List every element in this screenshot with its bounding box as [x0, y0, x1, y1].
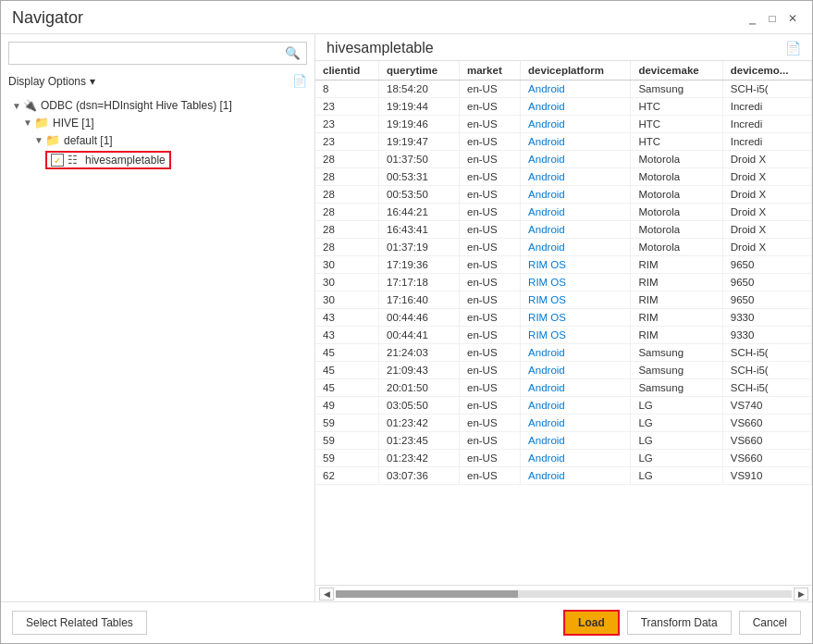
table-row: 2816:43:41en-USAndroidMotorolaDroid X	[315, 221, 812, 239]
table-cell: Android	[521, 221, 631, 239]
select-related-tables-button[interactable]: Select Related Tables	[12, 611, 147, 635]
table-export-icon-button[interactable]: 📄	[785, 41, 801, 56]
table-row: 2800:53:50en-USAndroidMotorolaDroid X	[315, 186, 812, 204]
table-cell: HTC	[631, 116, 722, 133]
table-cell: SCH-i5(	[722, 379, 811, 397]
table-cell: 23	[315, 133, 379, 151]
table-cell: VS660	[722, 432, 811, 450]
table-cell: LG	[631, 415, 722, 432]
display-options-button[interactable]: Display Options ▾	[8, 75, 95, 88]
table-row: 4903:05:50en-USAndroidLGVS740	[315, 397, 812, 415]
table-cell: 9330	[722, 309, 811, 327]
table-cell: RIM	[631, 309, 722, 327]
column-header-devicemake: devicemake	[631, 61, 722, 80]
left-panel: 🔍 Display Options ▾ 📄 ▼ 🔌 ODBC (dsn=HDIn…	[1, 34, 315, 601]
table-cell: Android	[521, 133, 631, 151]
table-cell: Droid X	[722, 168, 811, 186]
table-cell: SCH-i5(	[722, 80, 811, 98]
column-header-querytime: querytime	[379, 61, 460, 80]
tree-item-hive: ▼ 📁 HIVE [1]	[8, 114, 307, 131]
table-row: 2801:37:50en-USAndroidMotorolaDroid X	[315, 151, 812, 168]
table-cell: en-US	[460, 151, 521, 168]
table-title-bar: hivesampletable 📄	[315, 34, 812, 61]
dialog-title: Navigator	[12, 8, 83, 28]
display-options-icon-button[interactable]: 📄	[292, 74, 307, 88]
tree-item-odbc: ▼ 🔌 ODBC (dsn=HDInsight Hive Tables) [1]	[8, 97, 307, 114]
table-row: 4521:24:03en-USAndroidSamsungSCH-i5(	[315, 344, 812, 362]
table-row: 2801:37:19en-USAndroidMotorolaDroid X	[315, 239, 812, 256]
table-cell: Motorola	[631, 204, 722, 221]
selected-table-row: ✓ ☷ hivesampletable	[45, 151, 171, 169]
table-cell: 59	[315, 432, 379, 450]
column-header-deviceplatform: deviceplatform	[521, 61, 631, 80]
table-cell: en-US	[460, 432, 521, 450]
table-cell: 03:07:36	[379, 467, 460, 485]
table-cell: en-US	[460, 204, 521, 221]
table-cell: LG	[631, 397, 722, 415]
table-cell: Motorola	[631, 221, 722, 239]
table-cell: 28	[315, 239, 379, 256]
cancel-button[interactable]: Cancel	[739, 611, 801, 635]
table-cell: en-US	[460, 291, 521, 309]
table-cell: en-US	[460, 450, 521, 467]
table-cell: Android	[521, 467, 631, 485]
table-cell: 45	[315, 362, 379, 379]
odbc-label: ODBC (dsn=HDInsight Hive Tables) [1]	[41, 99, 232, 112]
table-cell: 28	[315, 221, 379, 239]
table-checkbox[interactable]: ✓	[51, 154, 64, 167]
table-row: 5901:23:42en-USAndroidLGVS660	[315, 415, 812, 432]
table-cell: RIM	[631, 291, 722, 309]
table-cell: 03:05:50	[379, 397, 460, 415]
tree-item-hivesampletable[interactable]: ✓ ☷ hivesampletable	[8, 149, 307, 171]
load-button[interactable]: Load	[563, 610, 620, 636]
table-cell: 17:19:36	[379, 256, 460, 274]
table-cell: VS660	[722, 450, 811, 467]
table-cell: en-US	[460, 362, 521, 379]
table-cell: LG	[631, 432, 722, 450]
table-cell: Android	[521, 344, 631, 362]
table-cell: 9650	[722, 274, 811, 291]
scroll-track[interactable]	[336, 590, 792, 598]
display-options-arrow: ▾	[90, 75, 95, 88]
table-cell: Incredi	[722, 116, 811, 133]
table-cell: Android	[521, 151, 631, 168]
table-row: 2319:19:47en-USAndroidHTCIncredi	[315, 133, 812, 151]
data-table: clientidquerytimemarketdeviceplatformdev…	[315, 61, 812, 485]
table-cell: 28	[315, 151, 379, 168]
search-box: 🔍	[8, 42, 307, 65]
minimize-button[interactable]: ⎯	[744, 10, 760, 27]
scroll-right-button[interactable]: ▶	[794, 588, 808, 601]
table-cell: 62	[315, 467, 379, 485]
display-options-label: Display Options	[8, 75, 86, 88]
table-cell: SCH-i5(	[722, 362, 811, 379]
table-cell: Samsung	[631, 344, 722, 362]
table-cell: Android	[521, 239, 631, 256]
hive-arrow[interactable]: ▼	[23, 118, 34, 128]
table-grid-icon: ☷	[68, 154, 78, 167]
scroll-left-button[interactable]: ◀	[319, 588, 334, 601]
table-row: 5901:23:45en-USAndroidLGVS660	[315, 432, 812, 450]
table-cell: en-US	[460, 256, 521, 274]
table-cell: HTC	[631, 133, 722, 151]
maximize-button[interactable]: □	[764, 10, 781, 27]
table-cell: en-US	[460, 221, 521, 239]
table-cell: Android	[521, 415, 631, 432]
search-button[interactable]: 🔍	[279, 43, 306, 64]
table-cell: RIM OS	[521, 274, 631, 291]
table-cell: 21:09:43	[379, 362, 460, 379]
odbc-arrow[interactable]: ▼	[12, 101, 23, 111]
table-cell: 00:44:46	[379, 309, 460, 327]
table-row: 4521:09:43en-USAndroidSamsungSCH-i5(	[315, 362, 812, 379]
table-cell: en-US	[460, 274, 521, 291]
transform-data-button[interactable]: Transform Data	[627, 611, 732, 635]
table-row: 3017:19:36en-USRIM OSRIM9650	[315, 256, 812, 274]
search-input[interactable]	[9, 43, 279, 64]
content-area: 🔍 Display Options ▾ 📄 ▼ 🔌 ODBC (dsn=HDIn…	[1, 34, 812, 601]
data-table-wrapper[interactable]: clientidquerytimemarketdeviceplatformdev…	[315, 61, 812, 585]
default-arrow[interactable]: ▼	[34, 135, 45, 145]
table-cell: Samsung	[631, 362, 722, 379]
navigator-dialog: Navigator ⎯ □ ✕ 🔍 Display Options ▾ 📄	[0, 0, 813, 644]
close-button[interactable]: ✕	[784, 10, 801, 27]
table-cell: 20:01:50	[379, 379, 460, 397]
column-header-clientid: clientid	[315, 61, 379, 80]
